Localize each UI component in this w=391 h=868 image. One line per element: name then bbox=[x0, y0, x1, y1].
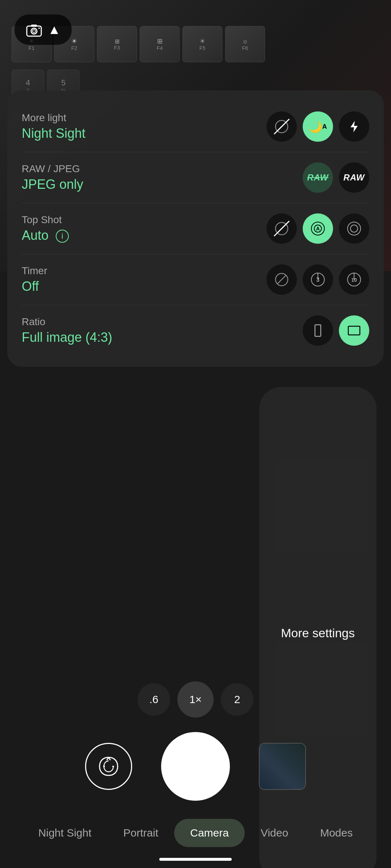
mode-tabs: Night Sight Portrait Camera Video Modes bbox=[0, 819, 391, 847]
svg-point-5 bbox=[276, 120, 288, 133]
night-sight-value: Night Sight bbox=[22, 126, 266, 141]
tab-night-sight[interactable]: Night Sight bbox=[22, 819, 108, 847]
bottom-area: .6 1× 2 Night Sight Portrait bbox=[0, 150, 391, 868]
camera-icon bbox=[25, 21, 43, 38]
night-sight-off-button[interactable] bbox=[266, 111, 297, 142]
camera-settings-button[interactable]: ▲ bbox=[14, 14, 72, 45]
camera-actions bbox=[0, 732, 391, 801]
svg-rect-2 bbox=[31, 25, 37, 27]
flip-icon bbox=[96, 754, 121, 779]
no-icon bbox=[274, 119, 289, 134]
gallery-thumbnail[interactable] bbox=[259, 743, 306, 790]
tab-modes[interactable]: Modes bbox=[304, 819, 369, 847]
night-sight-category: More light bbox=[22, 112, 266, 124]
svg-marker-7 bbox=[350, 121, 358, 132]
flip-camera-button[interactable] bbox=[85, 743, 132, 790]
zoom-1x-button[interactable]: 1× bbox=[177, 681, 214, 718]
zoom-2x-button[interactable]: 2 bbox=[221, 683, 253, 716]
key-f5: ☀ F5 bbox=[182, 26, 222, 62]
tab-video[interactable]: Video bbox=[245, 819, 304, 847]
zoom-controls: .6 1× 2 bbox=[0, 674, 391, 718]
chevron-up-icon: ▲ bbox=[48, 22, 61, 37]
key-f4: ⊞ F4 bbox=[140, 26, 180, 62]
night-sight-controls: 🌙A bbox=[266, 111, 369, 142]
key-f6: ☼ F6 bbox=[225, 26, 265, 62]
thumbnail-image bbox=[260, 744, 305, 789]
zoom-06-button[interactable]: .6 bbox=[138, 683, 170, 716]
shutter-button[interactable] bbox=[161, 732, 230, 801]
svg-point-3 bbox=[38, 27, 40, 29]
night-sight-on-button[interactable] bbox=[339, 111, 369, 142]
night-sight-text: More light Night Sight bbox=[22, 112, 266, 141]
svg-line-6 bbox=[277, 122, 286, 131]
night-sight-row: More light Night Sight 🌙A bbox=[22, 101, 369, 152]
flash-icon bbox=[347, 119, 361, 134]
key-f3: ⊞ F3 bbox=[97, 26, 137, 62]
tab-portrait[interactable]: Portrait bbox=[108, 819, 175, 847]
svg-point-4 bbox=[33, 30, 35, 33]
bottom-indicator bbox=[159, 858, 232, 861]
svg-point-1 bbox=[31, 28, 37, 34]
top-bar: ▲ bbox=[14, 14, 72, 45]
tab-camera[interactable]: Camera bbox=[174, 819, 245, 847]
night-sight-auto-button[interactable]: 🌙A bbox=[303, 111, 333, 142]
